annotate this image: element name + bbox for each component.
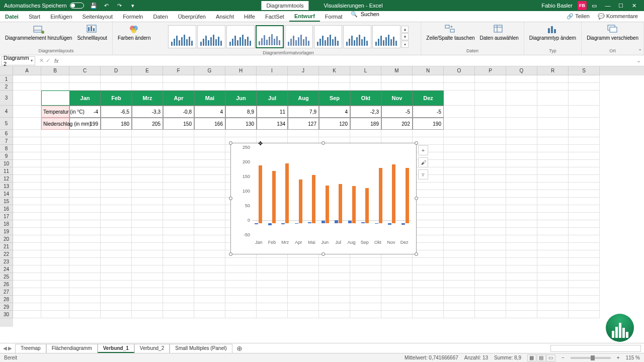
col-header-J[interactable]: J [288,66,319,75]
cancel-formula-icon[interactable]: ✕ [39,57,44,64]
comments-button[interactable]: 💬 Kommentare [598,13,638,20]
col-header-N[interactable]: N [413,66,444,75]
col-header-P[interactable]: P [475,66,506,75]
tab-file[interactable]: Datei [0,11,24,22]
data-cell[interactable]: 190 [413,118,444,130]
data-cell[interactable]: 8,9 [225,106,257,118]
data-cell[interactable]: -3,3 [132,106,163,118]
data-cell[interactable]: 4 [319,106,350,118]
data-cell[interactable]: -5 [381,106,413,118]
row-header-12[interactable]: 12 [0,175,13,183]
chart-styles-button[interactable]: 🖌 [418,157,428,167]
sheet-tab-small-multiples--panel-[interactable]: Small Multiples (Panel) [170,344,232,353]
chart-elements-button[interactable]: + [418,145,428,155]
maximize-button[interactable]: ☐ [615,1,627,10]
row-header-2[interactable]: 2 [0,83,13,90]
bar-group[interactable] [348,186,356,223]
sheet-tab-verbund-1[interactable]: Verbund_1 [98,344,134,353]
col-header-A[interactable]: A [13,66,41,75]
row-header-15[interactable]: 15 [0,198,13,205]
sheet-nav-prev-icon[interactable]: ◀ [3,345,7,351]
col-header-L[interactable]: L [350,66,381,75]
data-cell[interactable]: -6,5 [101,106,132,118]
data-cell[interactable]: 134 [257,118,288,130]
gallery-down-button[interactable]: ▼ [401,33,409,40]
tab-hilfe[interactable]: Hilfe [239,11,260,22]
formula-input[interactable] [61,56,633,65]
avatar[interactable]: FB [578,1,587,10]
chart-style-1[interactable] [168,25,196,48]
data-cell[interactable]: 4 [194,106,225,118]
search-label[interactable]: Suchen [361,11,379,22]
select-all-cell[interactable] [0,66,13,75]
col-header-F[interactable]: F [163,66,194,75]
sheet-tab-fl-chendiagramm[interactable]: Flächendiagramm [46,344,98,353]
col-header-S[interactable]: S [569,66,600,75]
row-header-14[interactable]: 14 [0,190,13,198]
col-header-E[interactable]: E [132,66,163,75]
row-header-21[interactable]: 21 [0,243,13,250]
chart-filter-button[interactable]: ▿ [418,169,428,179]
row-header-30[interactable]: 30 [0,311,13,318]
sheet-tab-treemap[interactable]: Treemap [15,344,46,353]
row-header-17[interactable]: 17 [0,213,13,220]
zoom-in-button[interactable]: + [617,355,620,360]
quick-layout-button[interactable]: Schnelllayout [75,23,109,48]
col-header-K[interactable]: K [319,66,350,75]
switch-row-col-button[interactable]: Zeile/Spalte tauschen [424,23,476,48]
row-header-27[interactable]: 27 [0,288,13,296]
data-cell[interactable]: 127 [288,118,319,130]
row-header-6[interactable]: 6 [0,130,13,137]
chart-style-6[interactable] [314,25,342,48]
data-cell[interactable]: 205 [132,118,163,130]
undo-icon[interactable]: ↶ [103,2,110,9]
save-icon[interactable]: 💾 [90,2,97,9]
bar-group[interactable] [401,168,409,223]
cells-area[interactable]: JanFebMrzAprMaiJunJulAugSepOktNovDez Tem… [13,75,644,327]
zoom-out-button[interactable]: − [561,355,565,360]
tab-factset[interactable]: FactSet [260,11,289,22]
chart-style-5[interactable] [285,25,313,48]
row-header-10[interactable]: 10 [0,160,13,167]
chart-style-8[interactable] [372,25,400,48]
bar-group[interactable] [295,179,302,223]
tab-entwurf[interactable]: Entwurf [289,11,320,22]
col-header-M[interactable]: M [381,66,413,75]
sheet-nav-next-icon[interactable]: ▶ [8,345,12,351]
data-cell[interactable]: 150 [163,118,194,130]
view-page-break-button[interactable]: ▭ [546,354,555,361]
row-header-9[interactable]: 9 [0,152,13,160]
data-cell[interactable]: 180 [101,118,132,130]
redo-icon[interactable]: ↷ [116,2,123,9]
view-normal-button[interactable]: ▦ [527,354,536,361]
row-header-1[interactable]: 1 [0,75,13,83]
bar-group[interactable] [321,186,329,223]
row-header-5[interactable]: 5 [0,118,13,130]
gallery-up-button[interactable]: ▲ [401,26,409,33]
collapse-ribbon-icon[interactable]: ⌃ [638,48,642,54]
expand-formula-icon[interactable]: ⌄ [633,57,644,64]
tab-format[interactable]: Format [320,11,348,22]
search-icon[interactable]: 🔍 [348,11,361,22]
col-header-G[interactable]: G [194,66,225,75]
bar-group[interactable] [335,184,342,223]
tab-daten[interactable]: Daten [148,11,173,22]
col-header-D[interactable]: D [101,66,132,75]
row-header-3[interactable]: 3 [0,90,13,106]
data-cell[interactable]: -0,8 [163,106,194,118]
data-cell[interactable]: 202 [381,118,413,130]
autosave-toggle[interactable] [70,3,84,9]
chart-style-7[interactable] [343,25,371,48]
view-page-layout-button[interactable]: ▤ [537,354,546,361]
minimize-button[interactable]: — [602,1,614,10]
chart-style-3[interactable] [226,25,255,48]
row-header-22[interactable]: 22 [0,250,13,258]
col-header-I[interactable]: I [257,66,288,75]
bar-group[interactable] [281,163,289,223]
row-header-7[interactable]: 7 [0,137,13,145]
chart-style-2[interactable] [197,25,225,48]
ribbon-display-icon[interactable]: ▭ [592,3,597,9]
name-box[interactable]: Diagramm 2 [1,56,35,65]
zoom-slider[interactable] [571,357,611,359]
row-header-26[interactable]: 26 [0,281,13,288]
